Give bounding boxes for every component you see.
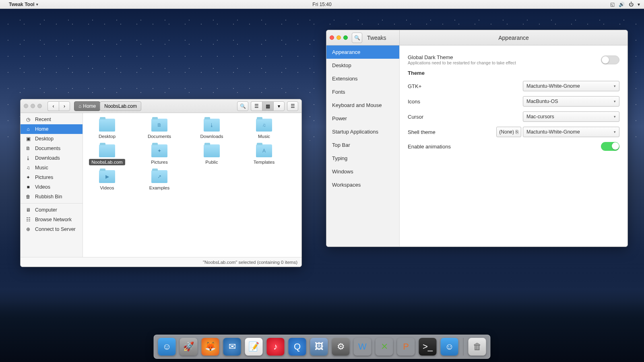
minimize-button[interactable]	[336, 35, 341, 40]
dock-settings[interactable]: ⚙	[332, 338, 350, 356]
tweaks-nav-extensions[interactable]: Extensions	[326, 72, 399, 85]
volume-icon[interactable]: 🔊	[619, 2, 625, 7]
sidebar-item-label: Desktop	[35, 136, 54, 142]
close-button[interactable]	[330, 35, 334, 40]
animations-toggle[interactable]	[601, 142, 619, 151]
sidebar-item-desktop[interactable]: ▣Desktop	[21, 134, 83, 144]
sidebar-item-videos[interactable]: ■Videos	[21, 182, 83, 192]
tweaks-nav-startup-applications[interactable]: Startup Applications	[326, 125, 399, 138]
nav-forward-button[interactable]: ›	[59, 101, 70, 111]
tweaks-sidebar: AppearanceDesktopExtensionsFontsKeyboard…	[326, 45, 400, 247]
clock[interactable]: Fri 15:40	[312, 2, 331, 7]
search-button[interactable]: 🔍	[352, 33, 362, 43]
file-content[interactable]: Desktop🗎Documents⭳Downloads♫MusicNoobsLa…	[83, 113, 301, 257]
tweaks-nav-windows[interactable]: Windows	[326, 165, 399, 178]
folder-videos[interactable]: ▶Videos	[87, 170, 127, 191]
dock-textedit[interactable]: 📝	[245, 338, 263, 356]
sidebar-item-pictures[interactable]: ✦Pictures	[21, 173, 83, 182]
shell-select[interactable]: Mactuntu-White-Gnome ▾	[523, 127, 619, 137]
tweaks-nav-workspaces[interactable]: Workspaces	[326, 178, 399, 191]
chevron-down-icon: ▾	[614, 84, 616, 88]
icons-label: Icons	[408, 99, 523, 105]
tweaks-nav-typing[interactable]: Typing	[326, 152, 399, 165]
folder-documents[interactable]: 🗎Documents	[139, 119, 180, 140]
path-segment-home[interactable]: ⌂ Home	[74, 101, 100, 111]
nav-back-button[interactable]: ‹	[47, 101, 59, 111]
dock-photos[interactable]: 🖼	[310, 338, 328, 356]
sidebar-item-documents[interactable]: 🗎Documents	[21, 144, 83, 153]
icons-select[interactable]: MacBuntu-OS ▾	[523, 96, 619, 107]
folder-templates[interactable]: ATemplates	[244, 144, 284, 165]
tweaks-nav-desktop[interactable]: Desktop	[326, 59, 399, 72]
sidebar-item-recent[interactable]: ◷Recent	[21, 115, 83, 124]
dock-thunderbird[interactable]: ✉	[223, 338, 241, 356]
sidebar-item-home[interactable]: ⌂Home	[21, 124, 83, 134]
sidebar-item-downloads[interactable]: ⭳Downloads	[21, 153, 83, 163]
dock-quicktime[interactable]: Q	[289, 338, 306, 356]
tweaks-nav-fonts[interactable]: Fonts	[326, 85, 399, 99]
tweaks-nav-appearance[interactable]: Appearance	[326, 45, 399, 59]
hamburger-menu-button[interactable]: ☰	[287, 101, 298, 111]
window-restore-icon[interactable]: ◱	[610, 2, 615, 7]
folder-examples[interactable]: ↗Examples	[139, 170, 180, 191]
folder-icon: ↗	[151, 170, 167, 183]
dock-wps-writer[interactable]: W	[354, 338, 372, 356]
folder-music[interactable]: ♫Music	[244, 119, 284, 140]
folder-icon	[204, 144, 220, 157]
power-icon[interactable]: ⏻	[629, 2, 634, 7]
sidebar-item-connect-to-server[interactable]: ⊕Connect to Server	[21, 224, 83, 234]
tweaks-window: 🔍 Tweaks Appearance AppearanceDesktopExt…	[326, 30, 628, 247]
tweaks-nav-top-bar[interactable]: Top Bar	[326, 138, 399, 152]
maximize-button[interactable]	[37, 104, 42, 108]
dock-wps-spreadsheet[interactable]: ✕	[376, 338, 393, 356]
system-menu-caret-icon[interactable]: ▾	[638, 2, 640, 7]
tweaks-header: 🔍 Tweaks Appearance	[326, 30, 627, 45]
close-button[interactable]	[24, 104, 28, 108]
folder-desktop[interactable]: Desktop	[87, 119, 127, 140]
global-dark-toggle[interactable]	[601, 56, 619, 64]
app-menu[interactable]: Tweak Tool ▾	[9, 2, 38, 7]
tweaks-nav-power[interactable]: Power	[326, 112, 399, 125]
dock-trash[interactable]: 🗑	[469, 338, 486, 356]
dock-terminal[interactable]: >_	[419, 338, 437, 356]
sidebar-item-label: Videos	[35, 184, 50, 190]
minimize-button[interactable]	[31, 104, 35, 108]
folder-label: Templates	[251, 159, 277, 165]
folder-overlay-icon: ✦	[151, 144, 167, 157]
folder-noobslab-com[interactable]: NoobsLab.com	[87, 144, 127, 165]
folder-overlay-icon: A	[256, 144, 272, 157]
dock-itunes[interactable]: ♪	[267, 338, 285, 356]
dock-firefox[interactable]: 🦊	[202, 338, 219, 356]
shell-reset-button[interactable]: (None) ⎘	[496, 127, 521, 137]
sidebar-item-icon: ⌂	[25, 126, 31, 132]
dock-finder2[interactable]: ☺	[441, 338, 458, 356]
folder-overlay-icon: ▶	[99, 170, 115, 183]
view-grid-button[interactable]: ▦	[262, 101, 273, 111]
folder-public[interactable]: Public	[192, 144, 232, 165]
path-segment-current[interactable]: NoobsLab.com	[100, 101, 141, 111]
file-manager-window: ‹ › ⌂ Home NoobsLab.com 🔍 ☰ ▦ ▾ ☰ ◷Recen…	[20, 99, 302, 267]
dock-finder[interactable]: ☺	[158, 338, 176, 356]
folder-overlay-icon: ↗	[151, 170, 167, 183]
shell-value: Mactuntu-White-Gnome	[526, 129, 580, 135]
tweaks-nav-keyboard-and-mouse[interactable]: Keyboard and Mouse	[326, 99, 399, 112]
sidebar-item-browse-network[interactable]: ☷Browse Network	[21, 215, 83, 224]
maximize-button[interactable]	[343, 35, 348, 40]
cursor-select[interactable]: Mac-cursors ▾	[523, 111, 619, 122]
dock-launchpad[interactable]: 🚀	[180, 338, 198, 356]
search-button[interactable]: 🔍	[237, 101, 248, 111]
folder-overlay-icon: 🗎	[151, 119, 167, 132]
dock-wps-presentation[interactable]: P	[397, 338, 415, 356]
sidebar-item-rubbish-bin[interactable]: 🗑Rubbish Bin	[21, 192, 83, 202]
folder-downloads[interactable]: ⭳Downloads	[192, 119, 232, 140]
sidebar-item-computer[interactable]: 🖥Computer	[21, 205, 83, 215]
view-dropdown-button[interactable]: ▾	[273, 101, 285, 111]
search-icon: 🔍	[240, 103, 246, 109]
sidebar-item-label: Downloads	[35, 155, 60, 161]
sidebar-item-icon: 🖥	[25, 207, 31, 213]
view-list-button[interactable]: ☰	[251, 101, 262, 111]
sidebar-item-music[interactable]: ♫Music	[21, 163, 83, 173]
folder-label: Downloads	[198, 133, 226, 140]
gtk-select[interactable]: Mactuntu-White-Gnome ▾	[523, 81, 619, 91]
folder-pictures[interactable]: ✦Pictures	[139, 144, 180, 165]
